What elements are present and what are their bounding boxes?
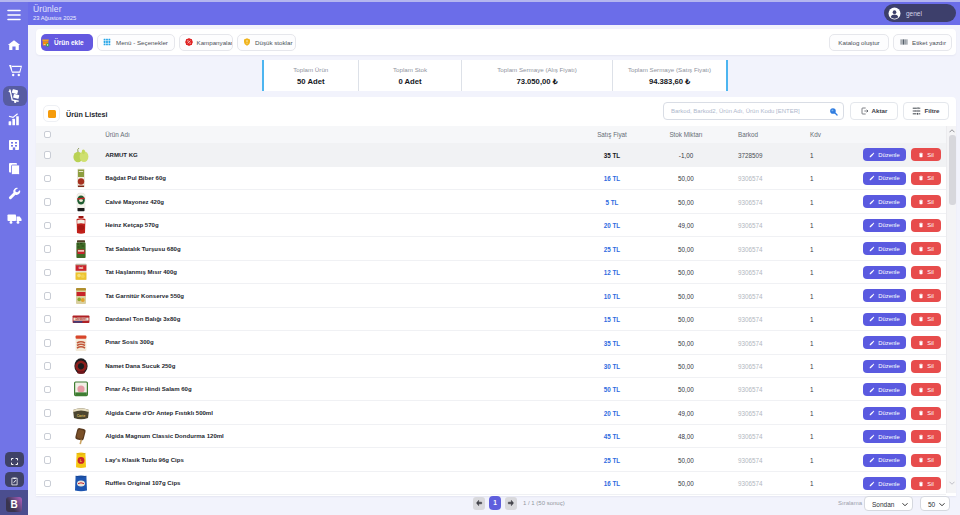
svg-text:Carte: Carte [77,414,86,418]
svg-text:Dardanel: Dardanel [75,317,86,321]
svg-text:L: L [80,459,82,463]
